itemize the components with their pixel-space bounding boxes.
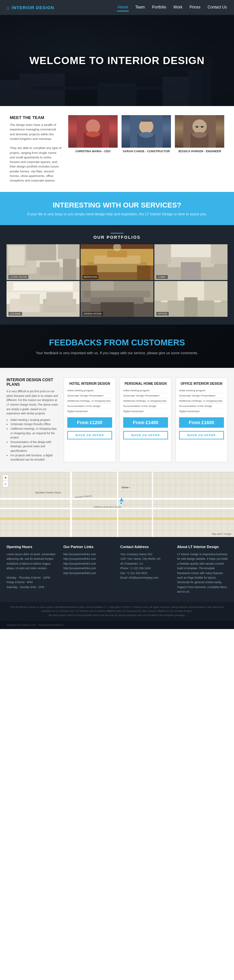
map-street-label: Wilhelm-Lauenstein-Schule xyxy=(93,506,121,508)
portfolio-label-6: OFFICE xyxy=(157,312,168,315)
footer-credits: Designed by LThemes.com · Powered by Wor… xyxy=(0,621,234,629)
footer-col-partners: Our Partner Links http://yourpartnerlink… xyxy=(63,545,114,594)
pricing-card-office: OFFICE INTERIOR DESIGN Initial meeting p… xyxy=(176,378,228,462)
pricing-feature: Documentation of the design xyxy=(179,404,224,409)
pricing-card-home: PERSONAL HOME DESIGN Initial meeting pro… xyxy=(120,378,172,462)
map-place-label: Wyndham Garden Kassel xyxy=(35,492,61,494)
map-pin-dot xyxy=(120,501,123,505)
footer-partner-link-4[interactable]: http://yourpartnerlink4.com xyxy=(63,566,114,571)
svg-rect-30 xyxy=(26,244,56,261)
pricing-card-heading-2: PERSONAL HOME DESIGN xyxy=(123,382,168,385)
svg-rect-27 xyxy=(63,259,76,280)
map-background: Aulmann Eleonor Wilhelm-Lauenstein-Schul… xyxy=(0,472,234,537)
services-heading: INTERESTING WITH OUR SERVICES? xyxy=(10,201,224,210)
pricing-card-hotel: HOTEL INTERIOR DESIGN Initial meeting pr… xyxy=(64,378,116,462)
pricing-list-item: Documentation of the design with drawing… xyxy=(10,440,58,453)
nav-link-home[interactable]: Home xyxy=(117,3,129,11)
nav-link-contact[interactable]: Contact Us xyxy=(207,3,228,11)
team-photo-constructor xyxy=(122,115,171,148)
team-heading: MEET THE TEAM xyxy=(10,115,62,120)
pricing-list-item: Additional meetings, or shopping trips, … xyxy=(10,427,58,440)
pricing-feature: Additional meetings, or shopping trips xyxy=(67,398,112,404)
svg-rect-3 xyxy=(163,77,188,106)
portfolio-item-5[interactable]: DINING ROOM xyxy=(81,281,154,317)
footer-about-heading: About LT Interior Design xyxy=(177,545,228,549)
svg-rect-7 xyxy=(33,86,163,90)
footer-credits-left: Designed by LThemes.com · Powered by Wor… xyxy=(6,624,64,627)
portfolio-item-2[interactable]: BEDROOM xyxy=(81,244,154,280)
nav-links: Home Team Portfolio Work Prices Contact … xyxy=(117,3,228,11)
portfolio-heading: OUR PORTFOLIOS xyxy=(6,235,228,240)
portfolio-section: OUR PORTFOLIOS LIVING ROOM xyxy=(0,225,234,325)
pricing-left-heading: INTERIOR DESIGN COST PLANS xyxy=(6,378,58,387)
footer-col-hours: Opening Hours Lorem ipsum dolor sit amet… xyxy=(6,545,57,594)
feedback-heading: FEEDBACKS FROM CUSTOMERS xyxy=(10,337,224,348)
nav-link-work[interactable]: Work xyxy=(173,3,183,11)
nav-logo-text: INTERIOR DESIGN xyxy=(12,5,54,10)
footer-credits-left-text: Designed by LThemes.com · Powered by Wor… xyxy=(6,624,64,627)
footer-bottom-text: The WordPress theme is used under a Modi… xyxy=(6,605,228,618)
map-attribution: Map data © Google xyxy=(212,533,231,535)
pricing-list-item: Initial meeting / scoping program xyxy=(10,418,58,423)
footer-partner-link-3[interactable]: http://yourpartnerlink3.com xyxy=(63,562,114,566)
portfolio-item-1[interactable]: LIVING ROOM xyxy=(6,244,80,280)
make-offer-button-3[interactable]: MAKE AN OFFER xyxy=(179,431,224,439)
portfolio-item-6[interactable]: OFFICE xyxy=(154,281,228,317)
navbar: ⌂ INTERIOR DESIGN Home Team Portfolio Wo… xyxy=(0,0,234,15)
svg-rect-60 xyxy=(84,291,150,297)
map-pin xyxy=(120,498,123,501)
pricing-left-list: Initial meeting / scoping program Schema… xyxy=(6,418,58,462)
pricing-price-2: From £1400 xyxy=(123,417,168,428)
services-banner: INTERESTING WITH OUR SERVICES? If your l… xyxy=(0,192,234,225)
pricing-price-1: From £1200 xyxy=(67,417,112,428)
map-zoom-controls[interactable]: + − xyxy=(3,474,8,487)
footer-contact-line-6: Email: info@yourcompany.com xyxy=(120,575,171,580)
nav-link-prices[interactable]: Prices xyxy=(189,3,201,11)
map-road xyxy=(152,472,153,537)
portfolio-label-5: DINING ROOM xyxy=(82,312,103,315)
footer-partner-link-1[interactable]: http://yourpartnerlink1.com xyxy=(63,552,114,557)
footer-partners-heading: Our Partner Links xyxy=(63,545,114,549)
pricing-feature: Initial meeting program xyxy=(123,388,168,393)
svg-rect-31 xyxy=(58,244,79,259)
nav-link-team[interactable]: Team xyxy=(134,3,145,11)
nav-link-portfolio[interactable]: Portfolio xyxy=(151,3,167,11)
svg-rect-26 xyxy=(40,262,60,275)
footer-hours-heading: Opening Hours xyxy=(6,545,57,549)
pricing-cards: HOTEL INTERIOR DESIGN Initial meeting pr… xyxy=(64,378,228,462)
pricing-feature: Digital storeboard xyxy=(67,409,112,414)
team-members: CHRISTINA MARIA - CEO SARAH CANOE - CONS… xyxy=(68,115,224,183)
svg-rect-56 xyxy=(13,282,73,291)
pricing-section: INTERIOR DESIGN COST PLANS It is very di… xyxy=(0,368,234,472)
pricing-feature: Schematic Design Presentation xyxy=(67,393,112,398)
portfolio-label-2: BEDROOM xyxy=(82,275,98,279)
services-subtext: If your life is very busy or you simply … xyxy=(10,212,224,216)
svg-rect-40 xyxy=(137,266,150,280)
hero-title: WELCOME TO INTERIOR DESIGN xyxy=(29,55,204,67)
team-photo-engineer xyxy=(175,115,224,148)
footer-partner-link-2[interactable]: http://yourpartnerlink2.com xyxy=(63,557,114,561)
footer-contact-line-3: 49 Chanterlan, CA xyxy=(120,562,171,566)
portfolio-divider xyxy=(111,233,123,234)
portfolio-label-1: LIVING ROOM xyxy=(8,275,28,279)
pricing-left-column: INTERIOR DESIGN COST PLANS It is very di… xyxy=(6,378,58,462)
team-description: The design team have a wealth of experie… xyxy=(10,123,62,183)
portfolio-item-3[interactable]: LOBBY xyxy=(154,244,228,280)
footer-hours-content: Lorem ipsum dolor sit amet, consectetur … xyxy=(6,552,57,590)
hero-content: WELCOME TO INTERIOR DESIGN xyxy=(29,55,204,67)
map-zoom-in[interactable]: + xyxy=(3,475,8,481)
svg-rect-72 xyxy=(184,297,198,317)
make-offer-button-1[interactable]: MAKE AN OFFER xyxy=(67,431,112,439)
portfolio-label-4: LOUNGE xyxy=(8,312,22,315)
make-offer-button-2[interactable]: MAKE AN OFFER xyxy=(123,431,168,439)
svg-rect-54 xyxy=(46,293,73,306)
feedback-subtext: Your feedback is very important with us.… xyxy=(10,351,224,355)
svg-rect-68 xyxy=(154,281,177,301)
hero-section: WELCOME TO INTERIOR DESIGN xyxy=(0,15,234,106)
pricing-feature: Digital storeboard xyxy=(179,409,224,414)
portfolio-item-4[interactable]: LOUNGE xyxy=(6,281,80,317)
svg-rect-44 xyxy=(154,244,171,264)
svg-rect-5 xyxy=(201,64,211,106)
map-zoom-out[interactable]: − xyxy=(3,481,8,487)
footer-partner-link-5[interactable]: http://yourpartnerlink5.com xyxy=(63,571,114,575)
